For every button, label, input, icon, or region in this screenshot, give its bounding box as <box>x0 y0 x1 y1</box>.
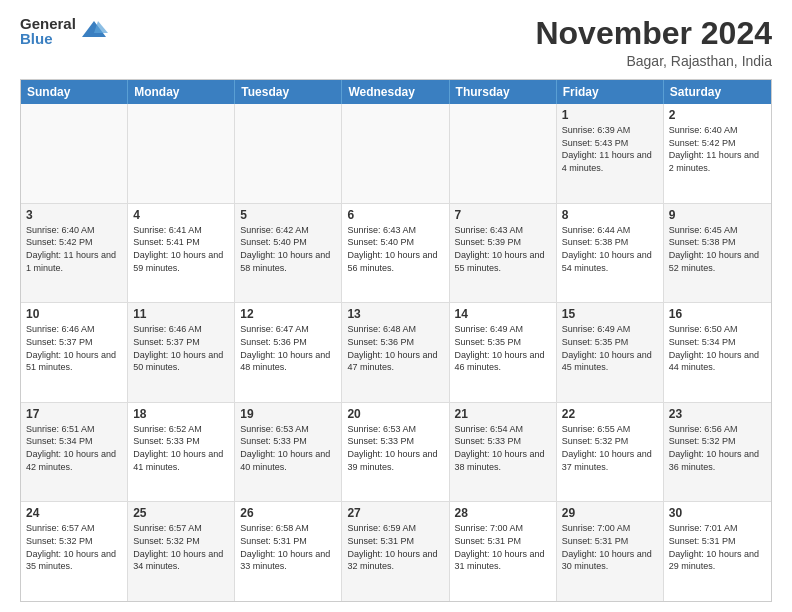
cell-info: Sunrise: 6:46 AM Sunset: 5:37 PM Dayligh… <box>26 323 122 373</box>
calendar-cell: 16Sunrise: 6:50 AM Sunset: 5:34 PM Dayli… <box>664 303 771 402</box>
logo: General Blue <box>20 16 108 46</box>
header: General Blue November 2024 Bagar, Rajast… <box>20 16 772 69</box>
cell-info: Sunrise: 6:45 AM Sunset: 5:38 PM Dayligh… <box>669 224 766 274</box>
day-number: 28 <box>455 506 551 520</box>
cell-info: Sunrise: 6:47 AM Sunset: 5:36 PM Dayligh… <box>240 323 336 373</box>
day-number: 29 <box>562 506 658 520</box>
day-number: 3 <box>26 208 122 222</box>
day-number: 8 <box>562 208 658 222</box>
calendar-cell: 17Sunrise: 6:51 AM Sunset: 5:34 PM Dayli… <box>21 403 128 502</box>
calendar-cell: 27Sunrise: 6:59 AM Sunset: 5:31 PM Dayli… <box>342 502 449 601</box>
calendar-cell: 10Sunrise: 6:46 AM Sunset: 5:37 PM Dayli… <box>21 303 128 402</box>
calendar-row: 17Sunrise: 6:51 AM Sunset: 5:34 PM Dayli… <box>21 403 771 503</box>
calendar-cell: 3Sunrise: 6:40 AM Sunset: 5:42 PM Daylig… <box>21 204 128 303</box>
day-number: 2 <box>669 108 766 122</box>
cell-info: Sunrise: 6:53 AM Sunset: 5:33 PM Dayligh… <box>347 423 443 473</box>
weekday-header: Thursday <box>450 80 557 104</box>
day-number: 6 <box>347 208 443 222</box>
calendar-cell: 15Sunrise: 6:49 AM Sunset: 5:35 PM Dayli… <box>557 303 664 402</box>
cell-info: Sunrise: 6:50 AM Sunset: 5:34 PM Dayligh… <box>669 323 766 373</box>
cell-info: Sunrise: 6:55 AM Sunset: 5:32 PM Dayligh… <box>562 423 658 473</box>
calendar-cell: 1Sunrise: 6:39 AM Sunset: 5:43 PM Daylig… <box>557 104 664 203</box>
calendar-cell: 6Sunrise: 6:43 AM Sunset: 5:40 PM Daylig… <box>342 204 449 303</box>
page: General Blue November 2024 Bagar, Rajast… <box>0 0 792 612</box>
calendar-body: 1Sunrise: 6:39 AM Sunset: 5:43 PM Daylig… <box>21 104 771 601</box>
cell-info: Sunrise: 6:46 AM Sunset: 5:37 PM Dayligh… <box>133 323 229 373</box>
day-number: 12 <box>240 307 336 321</box>
day-number: 22 <box>562 407 658 421</box>
day-number: 7 <box>455 208 551 222</box>
cell-info: Sunrise: 6:49 AM Sunset: 5:35 PM Dayligh… <box>562 323 658 373</box>
calendar-cell: 8Sunrise: 6:44 AM Sunset: 5:38 PM Daylig… <box>557 204 664 303</box>
cell-info: Sunrise: 6:42 AM Sunset: 5:40 PM Dayligh… <box>240 224 336 274</box>
calendar-cell: 12Sunrise: 6:47 AM Sunset: 5:36 PM Dayli… <box>235 303 342 402</box>
cell-info: Sunrise: 6:54 AM Sunset: 5:33 PM Dayligh… <box>455 423 551 473</box>
calendar-cell: 26Sunrise: 6:58 AM Sunset: 5:31 PM Dayli… <box>235 502 342 601</box>
calendar-cell: 21Sunrise: 6:54 AM Sunset: 5:33 PM Dayli… <box>450 403 557 502</box>
cell-info: Sunrise: 6:48 AM Sunset: 5:36 PM Dayligh… <box>347 323 443 373</box>
calendar-cell: 5Sunrise: 6:42 AM Sunset: 5:40 PM Daylig… <box>235 204 342 303</box>
logo-blue: Blue <box>20 31 76 46</box>
day-number: 19 <box>240 407 336 421</box>
day-number: 20 <box>347 407 443 421</box>
day-number: 15 <box>562 307 658 321</box>
cell-info: Sunrise: 6:56 AM Sunset: 5:32 PM Dayligh… <box>669 423 766 473</box>
calendar-cell: 25Sunrise: 6:57 AM Sunset: 5:32 PM Dayli… <box>128 502 235 601</box>
cell-info: Sunrise: 7:01 AM Sunset: 5:31 PM Dayligh… <box>669 522 766 572</box>
weekday-header: Tuesday <box>235 80 342 104</box>
cell-info: Sunrise: 6:52 AM Sunset: 5:33 PM Dayligh… <box>133 423 229 473</box>
svg-marker-1 <box>94 21 108 33</box>
cell-info: Sunrise: 6:53 AM Sunset: 5:33 PM Dayligh… <box>240 423 336 473</box>
calendar-cell: 2Sunrise: 6:40 AM Sunset: 5:42 PM Daylig… <box>664 104 771 203</box>
weekday-header: Monday <box>128 80 235 104</box>
day-number: 13 <box>347 307 443 321</box>
calendar-cell: 22Sunrise: 6:55 AM Sunset: 5:32 PM Dayli… <box>557 403 664 502</box>
calendar-header: SundayMondayTuesdayWednesdayThursdayFrid… <box>21 80 771 104</box>
calendar-cell: 28Sunrise: 7:00 AM Sunset: 5:31 PM Dayli… <box>450 502 557 601</box>
calendar-cell: 9Sunrise: 6:45 AM Sunset: 5:38 PM Daylig… <box>664 204 771 303</box>
day-number: 11 <box>133 307 229 321</box>
calendar-row: 10Sunrise: 6:46 AM Sunset: 5:37 PM Dayli… <box>21 303 771 403</box>
location: Bagar, Rajasthan, India <box>535 53 772 69</box>
weekday-header: Friday <box>557 80 664 104</box>
calendar-row: 1Sunrise: 6:39 AM Sunset: 5:43 PM Daylig… <box>21 104 771 204</box>
calendar-cell: 20Sunrise: 6:53 AM Sunset: 5:33 PM Dayli… <box>342 403 449 502</box>
day-number: 21 <box>455 407 551 421</box>
day-number: 17 <box>26 407 122 421</box>
cell-info: Sunrise: 6:49 AM Sunset: 5:35 PM Dayligh… <box>455 323 551 373</box>
day-number: 24 <box>26 506 122 520</box>
calendar-cell: 14Sunrise: 6:49 AM Sunset: 5:35 PM Dayli… <box>450 303 557 402</box>
weekday-header: Wednesday <box>342 80 449 104</box>
cell-info: Sunrise: 6:51 AM Sunset: 5:34 PM Dayligh… <box>26 423 122 473</box>
calendar-row: 3Sunrise: 6:40 AM Sunset: 5:42 PM Daylig… <box>21 204 771 304</box>
calendar-cell: 30Sunrise: 7:01 AM Sunset: 5:31 PM Dayli… <box>664 502 771 601</box>
cell-info: Sunrise: 6:40 AM Sunset: 5:42 PM Dayligh… <box>26 224 122 274</box>
cell-info: Sunrise: 6:43 AM Sunset: 5:39 PM Dayligh… <box>455 224 551 274</box>
calendar-cell <box>128 104 235 203</box>
day-number: 18 <box>133 407 229 421</box>
cell-info: Sunrise: 7:00 AM Sunset: 5:31 PM Dayligh… <box>562 522 658 572</box>
weekday-header: Saturday <box>664 80 771 104</box>
day-number: 16 <box>669 307 766 321</box>
calendar-cell: 13Sunrise: 6:48 AM Sunset: 5:36 PM Dayli… <box>342 303 449 402</box>
calendar-row: 24Sunrise: 6:57 AM Sunset: 5:32 PM Dayli… <box>21 502 771 601</box>
weekday-header: Sunday <box>21 80 128 104</box>
day-number: 23 <box>669 407 766 421</box>
calendar-cell: 23Sunrise: 6:56 AM Sunset: 5:32 PM Dayli… <box>664 403 771 502</box>
calendar-cell: 4Sunrise: 6:41 AM Sunset: 5:41 PM Daylig… <box>128 204 235 303</box>
calendar: SundayMondayTuesdayWednesdayThursdayFrid… <box>20 79 772 602</box>
cell-info: Sunrise: 6:39 AM Sunset: 5:43 PM Dayligh… <box>562 124 658 174</box>
day-number: 9 <box>669 208 766 222</box>
cell-info: Sunrise: 6:58 AM Sunset: 5:31 PM Dayligh… <box>240 522 336 572</box>
cell-info: Sunrise: 6:40 AM Sunset: 5:42 PM Dayligh… <box>669 124 766 174</box>
cell-info: Sunrise: 6:41 AM Sunset: 5:41 PM Dayligh… <box>133 224 229 274</box>
cell-info: Sunrise: 7:00 AM Sunset: 5:31 PM Dayligh… <box>455 522 551 572</box>
calendar-cell: 19Sunrise: 6:53 AM Sunset: 5:33 PM Dayli… <box>235 403 342 502</box>
logo-icon <box>80 17 108 45</box>
cell-info: Sunrise: 6:57 AM Sunset: 5:32 PM Dayligh… <box>26 522 122 572</box>
cell-info: Sunrise: 6:59 AM Sunset: 5:31 PM Dayligh… <box>347 522 443 572</box>
calendar-cell: 29Sunrise: 7:00 AM Sunset: 5:31 PM Dayli… <box>557 502 664 601</box>
day-number: 5 <box>240 208 336 222</box>
calendar-cell: 18Sunrise: 6:52 AM Sunset: 5:33 PM Dayli… <box>128 403 235 502</box>
calendar-cell <box>450 104 557 203</box>
